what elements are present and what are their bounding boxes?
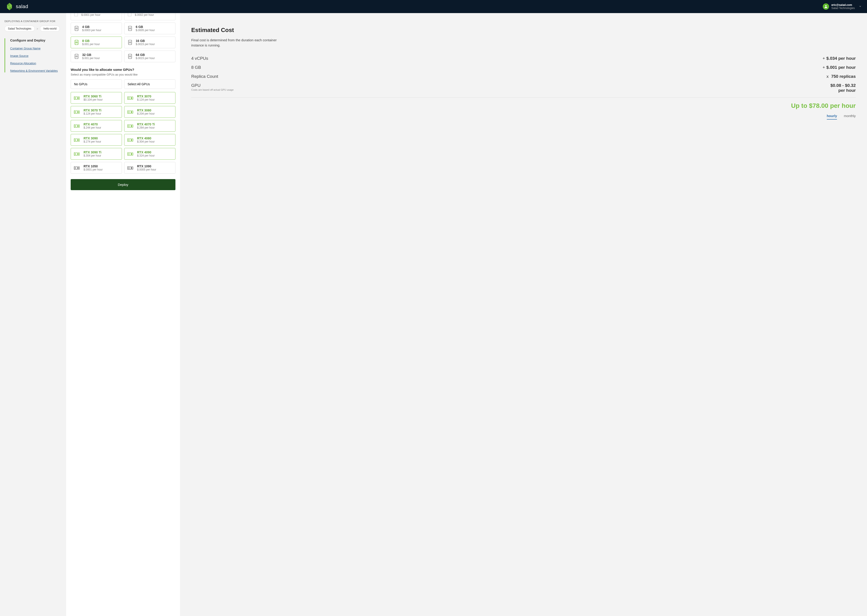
gpu-option[interactable]: RTX 1090$.0005 per hour (124, 162, 175, 174)
cost-row-ram: 8 GB +$.001 per hour (191, 65, 856, 70)
ram-price: $.0003 per hour (82, 29, 101, 32)
ram-title: 8 GB (82, 39, 100, 42)
gpu-icon (74, 152, 81, 156)
nav-resource-allocation[interactable]: Resource Allocation (10, 61, 61, 65)
gpu-option[interactable]: RTX 4090$.324 per hour (124, 148, 175, 160)
svg-rect-30 (129, 40, 132, 45)
logo[interactable]: salad (5, 3, 28, 11)
gpu-title: RTX 4090 (137, 151, 154, 154)
gpu-price: $.124 per hour (84, 112, 101, 115)
tab-monthly[interactable]: monthly (844, 114, 856, 119)
deploy-bar: Deploy (71, 179, 175, 190)
svg-point-55 (77, 97, 79, 99)
side-nav: Configure and Deploy Container Group Nam… (5, 38, 61, 72)
svg-rect-4 (74, 13, 78, 16)
gpu-title: RTX 4080 (137, 137, 154, 140)
ram-option[interactable]: 32 GB$.001 per hour (71, 50, 122, 62)
gpu-icon (74, 124, 81, 128)
nav-container-name[interactable]: Container Group Name (10, 47, 61, 50)
gpu-option[interactable]: RTX 3080$.204 per hour (124, 106, 175, 118)
svg-point-121 (131, 167, 132, 169)
gpu-price: $.204 per hour (137, 112, 154, 115)
gpu-option[interactable]: RTX 3070$.124 per hour (124, 92, 175, 104)
gpu-option[interactable]: RTX 3070 Ti$.124 per hour (71, 106, 122, 118)
cost-value: $0.08 - $0.32 per hour (824, 83, 856, 93)
gpu-option[interactable]: RTX 4070$.244 per hour (71, 120, 122, 132)
gpu-icon (74, 110, 81, 114)
ram-option[interactable]: 16 GB$.0015 per hour (124, 36, 175, 48)
user-info: eric@salad.com Salad Technologies (831, 3, 855, 10)
tab-hourly[interactable]: hourly (827, 114, 837, 119)
sidebar: DEPLOYING A CONTAINER GROUP FOR Salad Te… (0, 13, 66, 616)
ram-options: 4 GB$.0003 per hour6 GB$.0005 per hour8 … (71, 22, 175, 62)
ram-price: $.001 per hour (82, 57, 100, 60)
gpu-title: RTX 1090 (137, 165, 156, 168)
main-panel: .$.0001 per hour .$.0002 per hour 4 GB$.… (66, 13, 180, 616)
gpu-title: RTX 3080 (137, 108, 154, 112)
memory-icon (127, 25, 133, 31)
app-header: salad eric@salad.com Salad Technologies (0, 0, 867, 13)
ram-option-partial[interactable]: .$.0001 per hour (71, 13, 122, 20)
memory-icon (127, 39, 133, 46)
memory-icon (74, 39, 79, 46)
crumb-project[interactable]: hello-world (40, 26, 60, 31)
cost-label: 8 GB (191, 65, 201, 70)
gpu-price: $0.104 per hour (84, 98, 103, 101)
gpu-price: $.124 per hour (137, 98, 154, 101)
gpu-price: $.0005 per hour (137, 168, 156, 171)
cost-note: Costs are based off actual GPU usage (191, 88, 234, 91)
gpu-title: RTX 3070 (137, 94, 154, 98)
gpu-option[interactable]: RTX 3090 Ti$.304 per hour (71, 148, 122, 160)
ram-title: 64 GB (136, 53, 155, 57)
cost-label: 4 vCPUs (191, 56, 208, 61)
svg-point-85 (131, 126, 132, 127)
svg-point-115 (77, 167, 79, 169)
gpu-section-sub: Select as many compatible GPUs as you wo… (71, 73, 175, 76)
gpu-title: RTX 3090 Ti (84, 151, 101, 154)
nav-image-source[interactable]: Image Source (10, 54, 61, 58)
gpu-price: $.304 per hour (137, 140, 154, 143)
gpu-icon (127, 96, 134, 100)
svg-point-21 (129, 28, 131, 29)
svg-point-13 (76, 28, 77, 29)
gpu-option[interactable]: RTX 3060 Ti$0.104 per hour (71, 92, 122, 104)
gpu-title: RTX 1050 (84, 165, 103, 168)
svg-point-37 (129, 42, 131, 43)
ram-option-partial[interactable]: .$.0002 per hour (124, 13, 175, 20)
user-menu[interactable]: eric@salad.com Salad Technologies (823, 3, 862, 10)
svg-point-3 (825, 5, 827, 6)
memory-icon (127, 13, 132, 18)
cost-label: GPU (191, 83, 234, 88)
cost-value: x 750 replicas (826, 74, 856, 79)
crumb-org[interactable]: Salad Technologies (5, 26, 35, 31)
ram-option[interactable]: 6 GB$.0005 per hour (124, 22, 175, 34)
svg-point-29 (76, 42, 77, 43)
deploy-button[interactable]: Deploy (71, 179, 175, 190)
gpu-icon (127, 152, 134, 156)
no-gpus-button[interactable]: No GPUs (71, 79, 122, 89)
ram-option[interactable]: 8 GB$.001 per hour (71, 36, 122, 48)
gpu-option[interactable]: RTX 3090$.274 per hour (71, 134, 122, 146)
ram-title: 4 GB (82, 25, 101, 29)
ram-option[interactable]: 64 GB$.0015 per hour (124, 50, 175, 62)
user-icon (824, 5, 828, 9)
ram-option[interactable]: 4 GB$.0003 per hour (71, 22, 122, 34)
user-org: Salad Technologies (831, 6, 855, 10)
gpu-option[interactable]: RTX 4080$.304 per hour (124, 134, 175, 146)
gpu-price: $.264 per hour (137, 126, 155, 129)
svg-point-97 (131, 139, 132, 141)
gpu-option[interactable]: RTX 4070 Ti$.264 per hour (124, 120, 175, 132)
ram-title: 6 GB (136, 25, 155, 29)
svg-point-53 (129, 56, 131, 57)
cost-label: Replica Count (191, 74, 218, 79)
gpu-price: $.304 per hour (84, 154, 101, 157)
gpu-title: RTX 3090 (84, 137, 101, 140)
gpu-icon (74, 96, 81, 100)
svg-rect-6 (75, 26, 78, 31)
svg-point-109 (131, 153, 132, 155)
nav-networking[interactable]: Networking & Environment Variables (10, 69, 61, 72)
gpu-option[interactable]: RTX 1050$.0001 per hour (71, 162, 122, 174)
svg-rect-5 (128, 13, 131, 16)
select-all-gpus-button[interactable]: Select All GPUs (124, 79, 175, 89)
memory-icon (127, 53, 133, 59)
